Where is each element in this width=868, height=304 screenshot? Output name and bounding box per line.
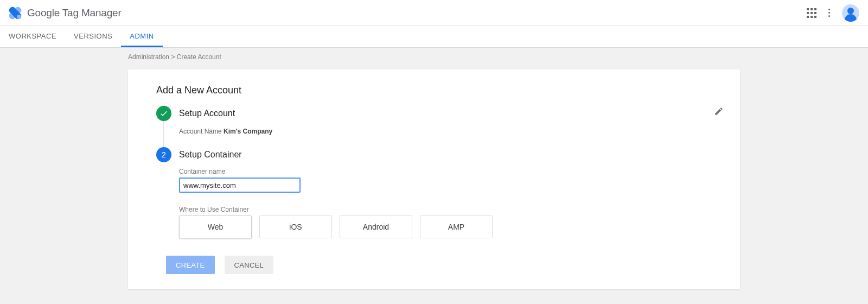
- product-name: Google Tag Manager: [27, 7, 122, 19]
- top-header: Google Tag Manager: [0, 0, 868, 26]
- breadcrumb: Administration > Create Account: [0, 48, 868, 63]
- step1-summary: Account Name Kim's Company: [179, 128, 718, 135]
- create-account-card: Add a New Account Setup Account Account …: [128, 69, 740, 289]
- create-button[interactable]: CREATE: [166, 256, 215, 274]
- platform-amp-button[interactable]: AMP: [420, 216, 493, 238]
- primary-nav: WORKSPACE VERSIONS ADMIN: [0, 26, 868, 48]
- container-name-input[interactable]: [179, 178, 301, 193]
- tab-versions[interactable]: VERSIONS: [65, 26, 121, 47]
- breadcrumb-current: Create Account: [177, 53, 221, 61]
- step1-summary-value: Kim's Company: [224, 128, 272, 135]
- user-avatar[interactable]: [842, 4, 859, 22]
- cancel-button[interactable]: CANCEL: [225, 256, 274, 274]
- breadcrumb-separator: >: [171, 53, 175, 61]
- platform-options: Web iOS Android AMP: [179, 216, 718, 238]
- where-label: Where to Use Container: [179, 206, 718, 213]
- svg-point-2: [17, 15, 21, 19]
- step1-title: Setup Account: [179, 106, 718, 121]
- step2-title: Setup Container: [179, 147, 718, 162]
- platform-ios-button[interactable]: iOS: [259, 216, 332, 238]
- platform-web-button[interactable]: Web: [179, 216, 252, 238]
- apps-icon[interactable]: [807, 8, 816, 18]
- form-actions: CREATE CANCEL: [166, 256, 718, 274]
- tab-admin[interactable]: ADMIN: [121, 26, 162, 47]
- platform-android-button[interactable]: Android: [340, 216, 412, 238]
- step1-summary-label: Account Name: [179, 128, 222, 135]
- tag-manager-icon: [9, 7, 22, 20]
- product-logo[interactable]: Google Tag Manager: [9, 7, 122, 20]
- more-vert-icon[interactable]: [826, 7, 832, 19]
- step1-check-icon: [156, 106, 171, 121]
- page-title: Add a New Account: [156, 85, 718, 96]
- step-setup-container: 2 Setup Container Container name Where t…: [156, 147, 718, 274]
- step-setup-account: Setup Account Account Name Kim's Company: [156, 106, 718, 147]
- container-name-label: Container name: [179, 168, 718, 175]
- tab-workspace[interactable]: WORKSPACE: [0, 26, 65, 47]
- step2-number-badge: 2: [156, 147, 171, 162]
- breadcrumb-parent[interactable]: Administration: [128, 53, 169, 61]
